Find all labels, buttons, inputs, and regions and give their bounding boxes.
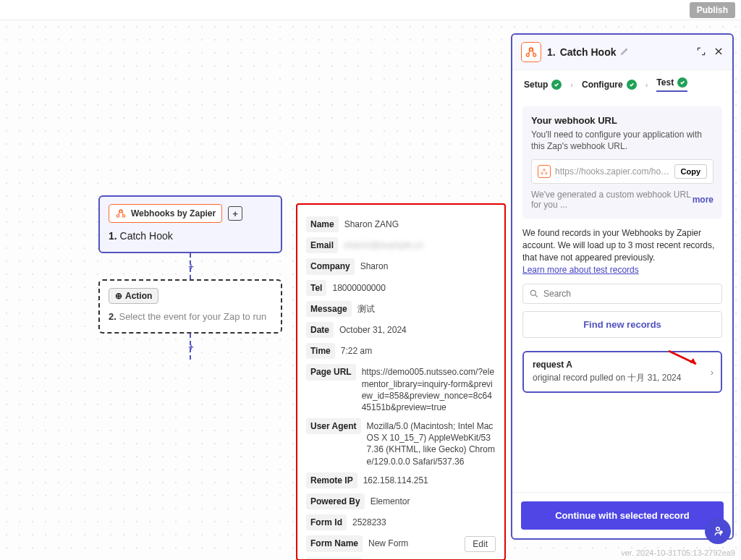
field-value: https://demo005.nutsseo.com/?elementor_l… (362, 364, 496, 413)
publish-button[interactable]: Publish (690, 2, 735, 18)
webhook-url-text: https://hooks.zapier.com/hooks/catch/... (555, 166, 670, 177)
field-value: Sharon (360, 258, 389, 272)
record-item[interactable]: request A original record pulled on 十月 3… (522, 351, 722, 393)
field-key: Powered By (306, 493, 365, 509)
webhook-desc: You'll need to configure your applicatio… (531, 129, 714, 152)
action-subtitle: 2. Select the event for your Zap to run (109, 311, 272, 322)
check-icon (551, 80, 562, 90)
plus-icon: ⊕ (115, 291, 122, 301)
app-badge-label: Webhooks by Zapier (131, 208, 216, 219)
chevron-right-icon: › (645, 80, 648, 89)
field-value: sharon@example.cn (344, 237, 423, 251)
panel-footer: Continue with selected record (512, 492, 732, 538)
field-row: NameSharon ZANG (306, 216, 496, 232)
panel-step-name: Catch Hook (560, 46, 617, 58)
copy-button[interactable]: Copy (674, 164, 708, 179)
field-key: Email (306, 237, 338, 253)
record-subtitle: original record pulled on 十月 31, 2024 (533, 372, 712, 384)
field-value: 测试 (357, 301, 375, 315)
webhook-url-card: Your webhook URL You'll need to configur… (522, 106, 722, 219)
search-input[interactable] (543, 289, 716, 299)
field-value: 18000000000 (332, 280, 385, 294)
app-badge: Webhooks by Zapier (109, 204, 222, 223)
trigger-title: 1. Catch Hook (109, 230, 272, 242)
field-value: Elementor (370, 493, 410, 507)
svg-point-0 (117, 215, 119, 218)
action-step-desc: Select the event for your Zap to run (119, 311, 266, 322)
field-key: Name (306, 216, 339, 232)
tab-setup[interactable]: Setup (524, 80, 562, 90)
pencil-icon[interactable] (620, 46, 630, 58)
svg-point-7 (541, 173, 543, 175)
continue-button[interactable]: Continue with selected record (521, 501, 724, 530)
svg-point-8 (546, 173, 548, 175)
top-bar: Publish (0, 0, 741, 20)
webhook-icon (538, 165, 551, 178)
record-title: request A (533, 360, 712, 370)
more-link[interactable]: more (693, 195, 714, 205)
find-records-button[interactable]: Find new records (522, 311, 722, 338)
field-row: CompanySharon (306, 258, 496, 274)
field-value: Sharon ZANG (344, 216, 399, 230)
add-app-button[interactable]: + (228, 206, 242, 221)
field-row: querystring (306, 557, 496, 560)
field-key: Page URL (306, 364, 356, 380)
field-key: querystring (306, 557, 363, 560)
field-value: Mozilla/5.0 (Macintosh; Intel Mac OS X 1… (367, 418, 496, 467)
records-info-text: We found records in your Webhooks by Zap… (522, 228, 714, 263)
field-key: User Agent (306, 418, 361, 434)
panel-header: 1. Catch Hook (512, 35, 732, 70)
field-key: Form Id (306, 514, 347, 530)
tab-test[interactable]: Test (656, 77, 687, 92)
svg-point-4 (533, 54, 536, 56)
webhook-icon (521, 42, 541, 62)
action-node[interactable]: ⊕ Action 2. Select the event for your Za… (98, 279, 282, 334)
connector: + (190, 253, 191, 279)
field-key: Form Name (306, 535, 363, 551)
field-key: Remote IP (306, 472, 357, 488)
canvas[interactable]: Webhooks by Zapier + 1. Catch Hook + ⊕ A… (0, 20, 741, 560)
help-fab[interactable] (705, 518, 731, 544)
webhook-icon (115, 208, 127, 219)
edit-button[interactable]: Edit (465, 536, 496, 552)
close-icon[interactable] (714, 46, 724, 59)
trigger-node[interactable]: Webhooks by Zapier + 1. Catch Hook (98, 195, 282, 253)
field-key: Date (306, 322, 334, 338)
tab-label: Setup (524, 80, 548, 90)
check-icon (677, 77, 687, 88)
search-icon (529, 289, 539, 299)
svg-point-10 (716, 527, 720, 531)
field-row: Message测试 (306, 301, 496, 317)
webhook-url-row: https://hooks.zapier.com/hooks/catch/...… (531, 159, 714, 184)
chevron-right-icon: › (711, 366, 714, 377)
add-step-button[interactable]: + (184, 259, 198, 273)
search-box[interactable] (522, 284, 722, 304)
learn-more-link[interactable]: Learn more about test records (522, 265, 639, 275)
field-value: 162.158.114.251 (363, 472, 428, 486)
tab-label: Test (656, 77, 674, 88)
svg-point-2 (119, 210, 122, 213)
field-row: DateOctober 31, 2024 (306, 322, 496, 338)
panel-title: 1. Catch Hook (547, 46, 690, 58)
field-row: Form Id2528233 (306, 514, 496, 530)
action-step-num: 2. (109, 311, 117, 322)
svg-point-3 (526, 54, 529, 56)
expand-icon[interactable] (696, 46, 706, 59)
records-info: We found records in your Webhooks by Zap… (522, 227, 722, 276)
field-value: New Form (368, 535, 408, 549)
field-row: Remote IP162.158.114.251 (306, 472, 496, 488)
action-chip[interactable]: ⊕ Action (109, 288, 158, 304)
side-panel: 1. Catch Hook Setup › Configure › Test (511, 33, 734, 540)
add-step-button[interactable]: + (184, 339, 198, 354)
field-row: Page URLhttps://demo005.nutsseo.com/?ele… (306, 364, 496, 413)
svg-point-5 (530, 48, 533, 51)
tab-configure[interactable]: Configure (582, 80, 637, 90)
webhook-heading: Your webhook URL (531, 115, 714, 126)
field-row: Tel18000000000 (306, 280, 496, 296)
svg-point-11 (720, 531, 722, 533)
trigger-step-num: 1. (109, 230, 117, 242)
zap-flow: Webhooks by Zapier + 1. Catch Hook + ⊕ A… (98, 195, 282, 360)
field-key: Company (306, 258, 355, 274)
field-value: 7:22 am (341, 343, 372, 357)
svg-point-6 (543, 169, 546, 171)
